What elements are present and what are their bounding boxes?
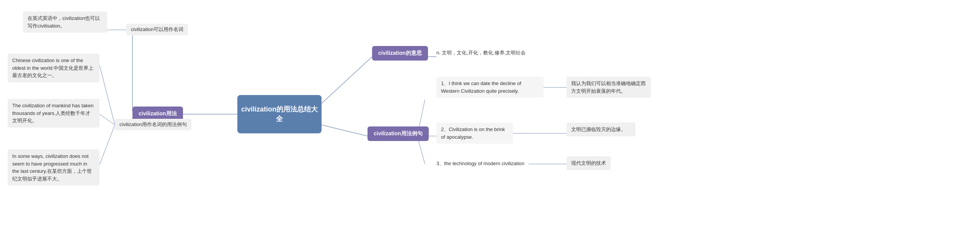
right-example-1-text: 1、I think we can date the decline of Wes… xyxy=(441,80,521,94)
right-example-3-text: 3、the technology of modern civilization xyxy=(436,161,524,166)
translation-1-text: 我认为我们可以相当准确地确定西方文明开始衰落的年代。 xyxy=(571,80,646,94)
connector-left-top-label: civilization可以用作名词 xyxy=(131,26,183,32)
center-label: civilization的用法总结大全 xyxy=(240,105,318,124)
center-node: civilization的用法总结大全 xyxy=(237,95,322,133)
left-box-3-text: The civilization of mankind has taken th… xyxy=(12,103,93,123)
right-mid-2-node: civilization用法例句 xyxy=(368,126,429,141)
translation-2-text: 文明已濒临毁灭的边缘。 xyxy=(571,126,626,132)
left-box-4: In some ways, civilization does not seem… xyxy=(8,149,100,185)
right-example-2-text: 2、Civilization is on the brink of apocal… xyxy=(441,126,505,140)
translation-3-text: 现代文明的技术 xyxy=(571,160,606,166)
left-box-2-text: Chinese civilization is one of the oldes… xyxy=(12,57,93,78)
left-box-4-text: In some ways, civilization does not seem… xyxy=(12,153,92,182)
svg-line-10 xyxy=(322,57,372,103)
right-meaning-text: n. 文明，文化,开化，教化,修养,文明社会 xyxy=(436,50,526,56)
connector-left-bottom: civilization用作名词的用法例句 xyxy=(115,119,191,130)
connector-left-bottom-label: civilization用作名词的用法例句 xyxy=(119,121,187,127)
svg-line-7 xyxy=(100,65,115,125)
left-box-1: 在英式英语中，civilization也可以写作civilisation。 xyxy=(23,11,107,33)
right-mid-2-label: civilization用法例句 xyxy=(374,130,423,137)
left-box-2: Chinese civilization is one of the oldes… xyxy=(8,54,100,82)
right-mid-1-node: civilization的意思 xyxy=(372,46,428,61)
svg-line-9 xyxy=(100,125,115,165)
right-example-1: 1、I think we can date the decline of Wes… xyxy=(436,77,544,98)
translation-3: 现代文明的技术 xyxy=(567,156,611,170)
svg-line-11 xyxy=(322,125,368,136)
right-mid-1-label: civilization的意思 xyxy=(378,50,422,57)
translation-1: 我认为我们可以相当准确地确定西方文明开始衰落的年代。 xyxy=(567,77,651,98)
right-example-3: 3、the technology of modern civilization xyxy=(436,160,524,167)
connector-left-top: civilization可以用作名词 xyxy=(126,24,188,35)
svg-line-8 xyxy=(100,114,115,125)
mindmap-container: civilization的用法总结大全 civilization用法 civil… xyxy=(0,0,980,228)
left-box-3: The civilization of mankind has taken th… xyxy=(8,99,100,128)
left-mid-label: civilization用法 xyxy=(139,110,177,117)
right-meaning: n. 文明，文化,开化，教化,修养,文明社会 xyxy=(436,49,526,57)
right-example-2: 2、Civilization is on the brink of apocal… xyxy=(436,123,513,144)
translation-2: 文明已濒临毁灭的边缘。 xyxy=(567,123,635,136)
left-box-1-text: 在英式英语中，civilization也可以写作civilisation。 xyxy=(28,15,100,29)
